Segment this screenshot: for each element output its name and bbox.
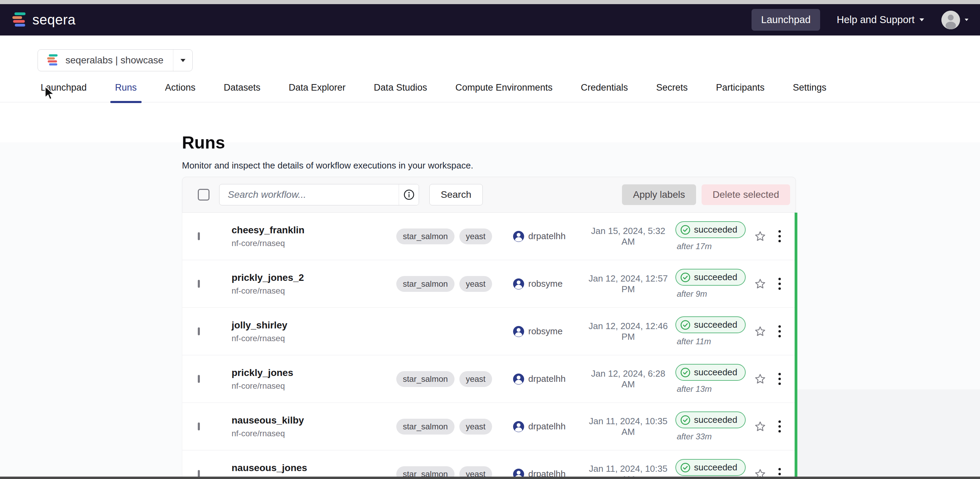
run-name[interactable]: nauseous_kilby [232,415,396,426]
workspace-tabs: LaunchpadRunsActionsDatasetsData Explore… [0,82,980,102]
caret-down-icon[interactable] [173,49,192,71]
run-row[interactable]: nauseous_jones nf-core/rnaseq star_salmo… [182,450,795,479]
row-checkbox[interactable] [198,280,200,288]
tab-actions[interactable]: Actions [160,82,200,102]
help-and-support-menu[interactable]: Help and Support [837,14,925,25]
label-pill: star_salmon [396,419,455,434]
info-circle-icon[interactable] [399,185,419,205]
workspace-selector[interactable]: seqeralabs | showcase [38,49,192,71]
delete-selected-button[interactable]: Delete selected [702,185,790,205]
user-circle-icon [513,278,525,290]
user-avatar-menu[interactable] [942,11,970,29]
star-outline-icon[interactable] [754,230,767,243]
row-checkbox[interactable] [198,327,200,335]
run-name[interactable]: nauseous_jones [232,463,396,474]
run-duration: after 33m [675,432,711,441]
run-date: Jan 12, 2024, 6:28 AM [585,368,671,390]
tab-data-explorer[interactable]: Data Explorer [284,82,350,102]
status-badge: succeeded [675,459,746,476]
run-row[interactable]: jolly_shirley nf-core/rnaseq robsyme Jan… [182,308,795,355]
status-badge: succeeded [675,364,746,381]
check-circle-icon [680,415,690,425]
run-pipeline: nf-core/rnaseq [232,429,396,438]
label-pill: star_salmon [396,371,455,387]
seqera-brand[interactable]: seqera [10,12,75,28]
tab-datasets[interactable]: Datasets [219,82,265,102]
apply-labels-button[interactable]: Apply labels [622,185,696,205]
search-button[interactable]: Search [430,184,483,205]
row-checkbox[interactable] [198,422,200,430]
run-labels: star_salmonyeast [396,276,492,292]
run-user: drpatelhh [528,231,565,242]
select-all-checkbox[interactable] [198,189,210,201]
status-badge: succeeded [675,411,746,428]
page-title: Runs [182,133,473,153]
check-circle-icon [680,225,690,235]
label-pill: yeast [459,419,492,434]
tab-participants[interactable]: Participants [711,82,770,102]
page-content: Runs Monitor and inspect the details of … [0,142,980,479]
kebab-menu-icon[interactable] [776,371,783,387]
row-checkbox[interactable] [198,375,200,383]
run-name[interactable]: prickly_jones_2 [232,272,396,283]
star-outline-icon[interactable] [754,325,767,338]
run-name[interactable]: cheesy_franklin [232,225,396,236]
label-pill: star_salmon [396,229,455,244]
label-pill: star_salmon [396,276,455,292]
workspace-logo-icon [46,54,59,67]
run-row[interactable]: prickly_jones_2 nf-core/rnaseq star_salm… [182,260,795,308]
runs-panel: Search Apply labels Delete selected chee… [182,177,796,479]
scrollbar-indicator[interactable] [795,213,797,479]
check-circle-icon [680,320,690,330]
status-label: succeeded [694,272,737,283]
status-label: succeeded [694,224,737,235]
run-user: robsyme [528,326,563,337]
run-user: drpatelhh [528,374,565,384]
person-icon [942,11,960,29]
kebab-menu-icon[interactable] [776,228,783,244]
caret-down-icon [920,18,924,21]
kebab-menu-icon[interactable] [776,419,783,434]
runs-table: cheesy_franklin nf-core/rnaseq star_salm… [182,213,796,479]
run-duration: after 9m [675,289,707,299]
mouse-cursor [44,86,57,101]
right-gutter [797,390,980,479]
kebab-menu-icon[interactable] [776,323,783,339]
tab-runs[interactable]: Runs [110,82,142,102]
user-circle-icon [513,373,525,385]
run-name[interactable]: jolly_shirley [232,320,399,331]
run-pipeline: nf-core/rnaseq [232,286,396,296]
run-duration: after 11m [675,337,711,346]
tab-settings[interactable]: Settings [788,82,832,102]
workspace-header: seqeralabs | showcase LaunchpadRunsActio… [0,35,980,102]
run-user: drpatelhh [528,421,565,432]
launchpad-button[interactable]: Launchpad [751,9,821,31]
run-duration: after 17m [675,242,711,251]
tab-data-studios[interactable]: Data Studios [369,82,432,102]
run-date: Jan 12, 2024, 12:57 PM [585,273,671,294]
status-badge: succeeded [675,316,746,333]
label-pill: yeast [459,229,492,244]
page-subtitle: Monitor and inspect the details of workf… [182,160,473,171]
tab-secrets[interactable]: Secrets [651,82,693,102]
run-pipeline: nf-core/rnaseq [232,239,396,248]
run-date: Jan 11, 2024, 10:35 AM [585,416,671,437]
brand-name: seqera [32,12,75,27]
run-name[interactable]: prickly_jones [232,368,396,379]
user-circle-icon [513,231,525,242]
tab-credentials[interactable]: Credentials [576,82,633,102]
label-pill: yeast [459,371,492,387]
run-row[interactable]: nauseous_kilby nf-core/rnaseq star_salmo… [182,403,795,450]
search-input[interactable] [220,185,399,205]
status-label: succeeded [694,462,737,473]
star-outline-icon[interactable] [754,420,767,433]
star-outline-icon[interactable] [754,372,767,386]
check-circle-icon [680,463,690,473]
tab-compute-environments[interactable]: Compute Environments [450,82,557,102]
run-row[interactable]: cheesy_franklin nf-core/rnaseq star_salm… [182,213,795,260]
star-outline-icon[interactable] [754,277,767,291]
kebab-menu-icon[interactable] [776,276,783,292]
row-checkbox[interactable] [198,232,200,240]
run-row[interactable]: prickly_jones nf-core/rnaseq star_salmon… [182,355,795,403]
run-pipeline: nf-core/rnaseq [232,334,399,343]
